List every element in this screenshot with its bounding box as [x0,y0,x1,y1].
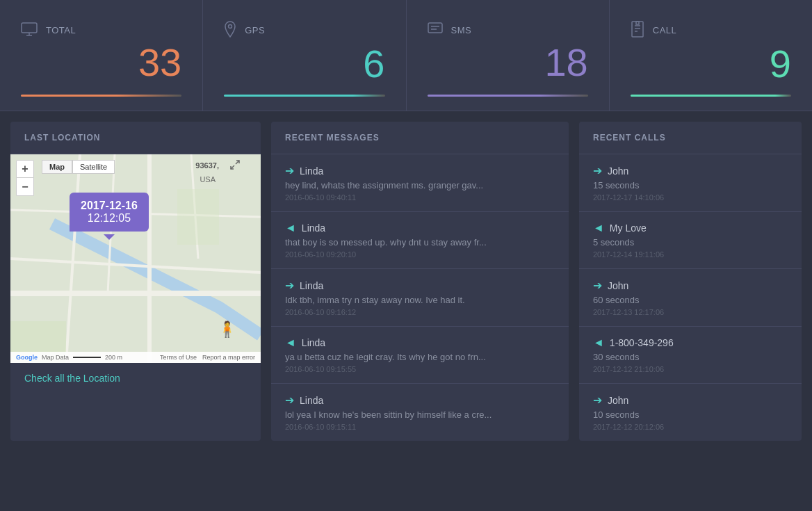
call-timestamp-4: 2017-12-12 20:12:06 [593,423,788,431]
call-item-3[interactable]: ◄ 1-800-349-296 30 seconds 2017-12-12 21… [579,327,802,384]
stats-bar: Total 33 GPS 6 SM [0,0,812,111]
call-direction-1: ◄ [593,222,604,234]
call-item-1[interactable]: ◄ My Love 5 seconds 2017-12-14 19:11:06 [579,212,802,269]
call-duration-4: 10 seconds [593,409,788,420]
call-contact-4: ➔ John [593,394,788,407]
map-popup-date: 2017-12-16 [81,200,138,212]
message-item-3[interactable]: ◄ Linda ya u betta cuz he legit cray. It… [271,327,569,384]
call-contact-name-1: My Love [610,222,647,234]
call-duration-1: 5 seconds [593,237,788,248]
message-contact-name-4: Linda [300,395,323,406]
map-zoom-controls[interactable]: + − [16,160,34,196]
map-type-map-button[interactable]: Map [42,160,72,174]
map-footer: Google Map Data 200 m Terms of Use Repor… [10,352,261,363]
call-item-0[interactable]: ➔ John 15 seconds 2017-12-17 14:10:06 [579,154,802,212]
messages-list: ➔ Linda hey lind, whats the assignment m… [271,154,569,441]
message-timestamp-0: 2016-06-10 09:40:11 [285,193,555,202]
gps-value: 6 [224,44,384,83]
message-text-4: lol yea I know he's been sittin by himse… [285,409,555,420]
message-contact-1: ◄ Linda [285,222,555,234]
map-usa-text: USA [200,175,216,184]
gps-label: GPS [245,25,265,35]
call-contact-3: ◄ 1-800-349-296 [593,336,788,349]
map-scale-line [73,357,101,358]
call-timestamp-1: 2017-12-14 19:11:06 [593,250,788,259]
total-label: Total [46,25,76,35]
message-item-1[interactable]: ◄ Linda that boy is so messed up. why dn… [271,212,569,269]
stat-card-sms: SMS 18 [407,0,610,111]
call-contact-name-2: John [608,280,628,291]
zoom-out-button[interactable]: − [16,178,34,196]
map-location-text: 93637, [195,161,219,170]
calls-panel-header: RECENT CALLS [579,122,802,154]
map-popup-time: 12:12:05 [81,212,138,225]
stat-card-call: Call 9 [610,0,812,111]
map-type-buttons[interactable]: Map Satellite [42,160,115,174]
map-person-icon: 🧍 [218,321,236,339]
call-duration-3: 30 seconds [593,352,788,362]
check-location-link[interactable]: Check all the Location [10,363,261,394]
call-timestamp-3: 2017-12-12 21:10:06 [593,365,788,373]
call-bar [631,95,791,97]
map-container[interactable]: + − Map Satellite 93637, USA [10,154,261,363]
call-direction-0: ➔ [593,164,602,177]
svg-rect-4 [428,23,442,33]
sms-value: 18 [428,43,588,82]
message-contact-0: ➔ Linda [285,164,555,177]
message-icon [428,22,443,39]
terms-of-use-link[interactable]: Terms of Use [160,354,197,361]
total-bar [21,95,181,97]
call-contact-name-3: 1-800-349-296 [610,337,674,348]
message-text-3: ya u betta cuz he legit cray. Its why he… [285,352,555,362]
call-duration-2: 60 seconds [593,295,788,305]
svg-rect-11 [636,22,639,24]
message-contact-2: ➔ Linda [285,279,555,292]
call-duration-0: 15 seconds [593,180,788,190]
call-timestamp-2: 2017-12-13 12:17:06 [593,308,788,316]
message-contact-name-0: Linda [300,165,323,177]
gps-bar [224,95,384,97]
call-item-4[interactable]: ➔ John 10 seconds 2017-12-12 20:12:06 [579,384,802,441]
message-text-0: hey lind, whats the assignment ms. grang… [285,180,555,190]
message-text-1: that boy is so messed up. why dnt u stay… [285,237,555,248]
map-popup: 2017-12-16 12:12:05 [70,193,149,232]
message-item-4[interactable]: ➔ Linda lol yea I know he's been sittin … [271,384,569,441]
report-map-error-link[interactable]: Report a map error [202,354,255,361]
call-direction-3: ◄ [593,336,604,349]
sms-bar [428,95,588,97]
call-contact-1: ◄ My Love [593,222,788,234]
svg-rect-22 [177,189,219,245]
message-contact-4: ➔ Linda [285,394,555,407]
message-direction-3: ◄ [285,336,296,349]
call-timestamp-0: 2017-12-17 14:10:06 [593,193,788,202]
monitor-icon [21,22,38,39]
sms-label: SMS [451,25,472,35]
call-contact-0: ➔ John [593,164,788,177]
map-type-satellite-button[interactable]: Satellite [72,160,115,174]
map-scale-label: 200 m [105,354,122,361]
message-timestamp-2: 2016-06-10 09:16:12 [285,308,555,316]
svg-rect-0 [22,23,37,33]
main-content: LAST LOCATION [0,111,812,451]
message-direction-4: ➔ [285,394,294,407]
call-item-2[interactable]: ➔ John 60 seconds 2017-12-13 12:17:06 [579,269,802,327]
map-expand-icon[interactable] [230,160,240,172]
message-item-0[interactable]: ➔ Linda hey lind, whats the assignment m… [271,154,569,212]
call-value: 9 [631,44,791,83]
message-direction-0: ➔ [285,164,294,177]
document-icon [631,21,644,40]
calls-list: ➔ John 15 seconds 2017-12-17 14:10:06 ◄ … [579,154,802,441]
call-contact-2: ➔ John [593,279,788,292]
call-direction-4: ➔ [593,394,602,407]
message-direction-1: ◄ [285,222,296,234]
google-logo: Google [16,354,38,361]
call-label: Call [653,25,677,35]
calls-panel: RECENT CALLS ➔ John 15 seconds 2017-12-1… [579,122,802,441]
message-text-2: Idk tbh, imma try n stay away now. Ive h… [285,295,555,305]
message-contact-name-2: Linda [300,280,323,291]
stat-card-total: Total 33 [0,0,203,111]
message-item-2[interactable]: ➔ Linda Idk tbh, imma try n stay away no… [271,269,569,327]
message-timestamp-1: 2016-06-10 09:20:10 [285,250,555,259]
map-data-label: Map Data [42,354,69,361]
zoom-in-button[interactable]: + [16,160,34,178]
